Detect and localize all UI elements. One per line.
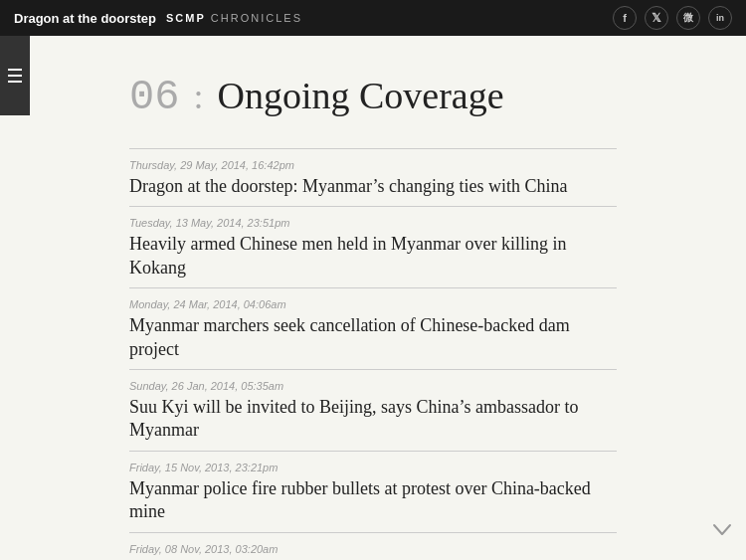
header-left: Dragon at the doorstep SCMP CHRONICLES [14, 11, 302, 26]
chapter-colon: : [193, 76, 203, 117]
social-icons: f 𝕏 微 in [613, 6, 732, 30]
article-date: Tuesday, 13 May, 2014, 23:51pm [129, 217, 617, 229]
article-item: Thursday, 29 May, 2014, 16:42pmDragon at… [129, 148, 617, 206]
hamburger-icon [8, 69, 22, 83]
app-title: Dragon at the doorstep [14, 11, 156, 26]
app-header: Dragon at the doorstep SCMP CHRONICLES f… [0, 0, 746, 36]
article-date: Friday, 08 Nov, 2013, 03:20am [129, 543, 617, 555]
article-date: Thursday, 29 May, 2014, 16:42pm [129, 159, 617, 171]
article-title[interactable]: Dragon at the doorstep: Myanmar’s changi… [129, 175, 617, 198]
article-item: Tuesday, 13 May, 2014, 23:51pmHeavily ar… [129, 206, 617, 287]
article-date: Friday, 15 Nov, 2013, 23:21pm [129, 462, 617, 473]
chapter-heading: 06 : Ongoing Coverage [129, 76, 617, 118]
twitter-icon[interactable]: 𝕏 [645, 6, 668, 30]
chapter-number: 06 [129, 77, 179, 118]
weibo-icon[interactable]: 微 [676, 6, 700, 30]
scroll-down-arrow[interactable] [710, 518, 734, 542]
article-title[interactable]: Heavily armed Chinese men held in Myanma… [129, 233, 617, 280]
article-item: Friday, 15 Nov, 2013, 23:21pmMyanmar pol… [129, 451, 617, 532]
linkedin-icon[interactable]: in [708, 6, 732, 30]
article-list: Thursday, 29 May, 2014, 16:42pmDragon at… [129, 148, 617, 560]
article-date: Sunday, 26 Jan, 2014, 05:35am [129, 380, 617, 392]
article-title[interactable]: Myanmar marchers seek cancellation of Ch… [129, 314, 617, 361]
article-item: Monday, 24 Mar, 2014, 04:06amMyanmar mar… [129, 287, 617, 369]
sidebar-toggle[interactable] [0, 36, 30, 115]
article-item: Friday, 08 Nov, 2013, 03:20amMyanmese op… [129, 532, 617, 560]
article-date: Monday, 24 Mar, 2014, 04:06am [129, 298, 617, 310]
main-content: 06 : Ongoing Coverage Thursday, 29 May, … [0, 36, 746, 560]
brand-label: SCMP CHRONICLES [166, 12, 302, 24]
article-title[interactable]: Suu Kyi will be invited to Beijing, says… [129, 396, 617, 443]
facebook-icon[interactable]: f [613, 6, 637, 30]
article-title[interactable]: Myanmar police fire rubber bullets at pr… [129, 477, 617, 524]
chapter-title: Ongoing Coverage [217, 77, 503, 114]
brand-light: CHRONICLES [211, 12, 302, 24]
article-item: Sunday, 26 Jan, 2014, 05:35amSuu Kyi wil… [129, 369, 617, 451]
brand-bold: SCMP [166, 12, 206, 24]
